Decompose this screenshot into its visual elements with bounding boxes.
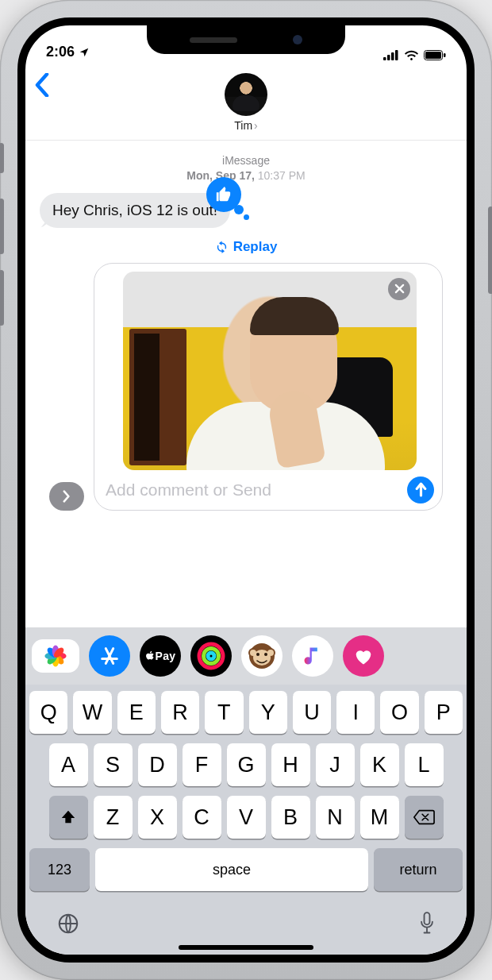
key-u[interactable]: U <box>293 691 331 734</box>
key-r[interactable]: R <box>161 691 199 734</box>
back-button[interactable] <box>35 73 49 97</box>
arrow-up-icon <box>414 482 428 497</box>
contact-name-button[interactable]: Tim › <box>25 119 467 132</box>
key-q[interactable]: Q <box>29 691 67 734</box>
key-m[interactable]: M <box>360 796 399 839</box>
key-label: B <box>283 805 298 830</box>
cellular-icon <box>383 50 399 60</box>
digital-touch-app[interactable] <box>343 635 384 677</box>
backspace-key[interactable] <box>405 796 444 839</box>
remove-attachment-button[interactable] <box>388 278 410 300</box>
key-d[interactable]: D <box>138 743 177 786</box>
keyboard[interactable]: QWERTYUIOP ASDFGHJKL ZXCVBNM 123 space r… <box>25 685 467 955</box>
globe-key[interactable] <box>56 912 80 936</box>
key-x[interactable]: X <box>138 796 177 839</box>
animoji-app[interactable] <box>241 635 283 677</box>
battery-icon <box>424 50 446 60</box>
key-label: S <box>106 753 120 777</box>
key-label: D <box>149 753 165 777</box>
key-w[interactable]: W <box>73 691 111 734</box>
svg-point-22 <box>250 650 256 656</box>
notch <box>147 25 345 54</box>
replay-icon <box>215 240 229 253</box>
contact-avatar[interactable] <box>225 73 267 116</box>
message-text: Hey Chris, iOS 12 is out! <box>52 202 217 218</box>
photos-icon <box>42 642 69 669</box>
music-note-icon <box>302 645 324 667</box>
activity-app[interactable] <box>190 635 232 677</box>
screen: 2:06 <box>17 17 475 963</box>
key-label: C <box>194 805 209 830</box>
numeric-key[interactable]: 123 <box>29 848 90 891</box>
compose-field[interactable]: Add comment or Send <box>94 263 443 511</box>
key-label: N <box>327 805 343 830</box>
earpiece <box>190 37 237 43</box>
appstore-app[interactable] <box>89 635 130 677</box>
shift-icon <box>60 808 77 826</box>
key-o[interactable]: O <box>380 691 418 734</box>
compose-placeholder: Add comment or Send <box>106 480 399 500</box>
key-k[interactable]: K <box>360 743 399 786</box>
svg-rect-2 <box>391 52 394 60</box>
key-a[interactable]: A <box>49 743 88 786</box>
key-label: H <box>283 753 298 777</box>
svg-point-25 <box>264 653 267 656</box>
key-s[interactable]: S <box>94 743 133 786</box>
camera-photo-attachment[interactable] <box>123 272 417 470</box>
key-t[interactable]: T <box>205 691 243 734</box>
replay-button[interactable]: Replay <box>40 239 452 255</box>
key-label: Y <box>261 700 275 725</box>
incoming-message[interactable]: Hey Chris, iOS 12 is out! <box>40 193 230 228</box>
appstore-icon <box>98 645 121 667</box>
key-f[interactable]: F <box>183 743 221 786</box>
key-h[interactable]: H <box>271 743 310 786</box>
svg-rect-6 <box>444 53 446 57</box>
imessage-app-strip[interactable]: Pay <box>25 627 467 685</box>
space-key[interactable]: space <box>95 848 368 891</box>
close-icon <box>394 284 405 294</box>
key-v[interactable]: V <box>227 796 266 839</box>
key-label: K <box>372 753 386 777</box>
svg-point-16 <box>204 649 219 664</box>
volume-up-button <box>0 199 4 254</box>
key-i[interactable]: I <box>336 691 375 734</box>
key-n[interactable]: N <box>316 796 355 839</box>
svg-rect-3 <box>395 50 398 60</box>
app-drawer-button[interactable] <box>49 482 84 511</box>
apple-pay-icon: Pay <box>145 650 176 662</box>
key-label: O <box>391 700 408 725</box>
svg-rect-1 <box>387 55 390 60</box>
dictation-key[interactable] <box>418 912 436 936</box>
key-g[interactable]: G <box>227 743 266 786</box>
key-label: Q <box>40 700 57 725</box>
key-e[interactable]: E <box>117 691 156 734</box>
key-c[interactable]: C <box>183 796 221 839</box>
key-y[interactable]: Y <box>249 691 287 734</box>
wifi-icon <box>404 50 419 60</box>
key-label: M <box>371 805 389 830</box>
key-label: I <box>352 700 359 725</box>
key-label: F <box>195 753 209 777</box>
key-l[interactable]: L <box>405 743 444 786</box>
svg-rect-0 <box>383 57 386 60</box>
phone-frame: 2:06 <box>0 0 492 980</box>
home-indicator[interactable] <box>179 945 313 950</box>
heart-fingers-icon <box>352 645 375 667</box>
key-label: X <box>150 805 164 830</box>
key-label: W <box>83 700 102 725</box>
key-j[interactable]: J <box>316 743 355 786</box>
message-thread[interactable]: iMessage Mon, Sep 17, 10:37 PM Hey Chris… <box>25 141 467 627</box>
music-app[interactable] <box>292 635 333 677</box>
key-z[interactable]: Z <box>94 796 133 839</box>
return-key[interactable]: return <box>374 848 463 891</box>
contact-name: Tim <box>234 119 252 132</box>
key-b[interactable]: B <box>271 796 310 839</box>
send-button[interactable] <box>407 476 434 504</box>
chevron-right-icon <box>61 490 72 503</box>
photos-app[interactable] <box>32 639 79 673</box>
shift-key[interactable] <box>49 796 88 839</box>
thumbs-up-tapback[interactable] <box>206 177 241 212</box>
side-button <box>488 206 492 294</box>
apple-pay-app[interactable]: Pay <box>140 635 181 677</box>
key-p[interactable]: P <box>425 691 463 734</box>
